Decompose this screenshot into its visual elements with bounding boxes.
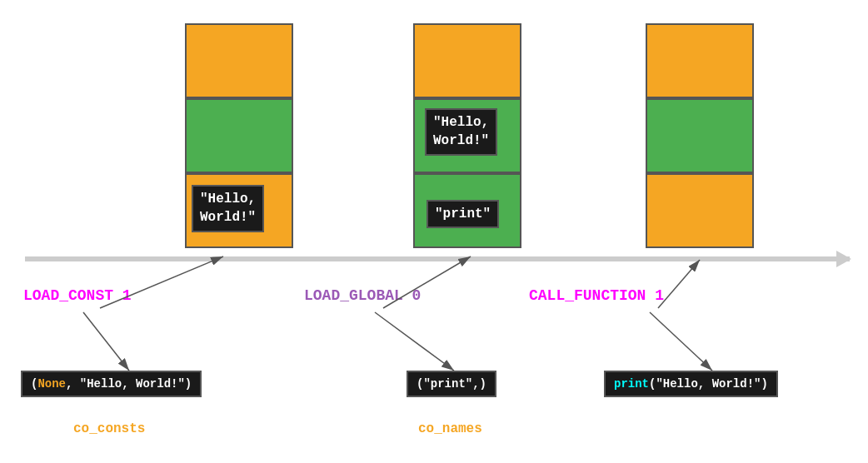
instruction-load-global-text: LOAD_GLOBAL 0 (304, 287, 421, 304)
stack3-cell-bot (646, 173, 754, 248)
co-consts-rest: , "Hello, World!") (66, 377, 192, 391)
stack2-label-top: "Hello,World!" (425, 108, 497, 156)
co-names-box: ("print",) (407, 371, 496, 397)
co-names-text: ("print",) (417, 377, 486, 391)
stack1-cell-top (185, 23, 293, 98)
arrow-call-func-result (650, 312, 712, 371)
instruction-load-global: LOAD_GLOBAL 0 (304, 287, 421, 304)
co-consts-box: (None, "Hello, World!") (21, 371, 202, 397)
co-consts-label-text: co_consts (73, 421, 145, 436)
instruction-load-const: LOAD_CONST 1 (23, 287, 132, 304)
co-names-label: co_names (418, 421, 482, 436)
arrow-load-global-conames (375, 312, 454, 371)
stack3-cell-top (646, 23, 754, 98)
stack2-label-top-text: "Hello,World!" (433, 115, 489, 148)
call-args-text: ("Hello, World!") (649, 377, 768, 391)
stack1-cell-mid (185, 98, 293, 173)
none-text: None (37, 377, 66, 391)
instruction-call-function-text: CALL_FUNCTION 1 (529, 287, 664, 304)
arrow-load-const-coconsts (83, 312, 129, 371)
stack1-label: "Hello,World!" (192, 185, 264, 232)
timeline (25, 256, 850, 261)
stack-3 (646, 23, 754, 248)
co-names-label-text: co_names (418, 421, 482, 436)
instruction-call-function: CALL_FUNCTION 1 (529, 287, 664, 304)
timeline-arrow (836, 251, 851, 267)
stack2-label-bot: "print" (427, 200, 499, 228)
stack2-cell-top (413, 23, 521, 98)
stack3-cell-mid (646, 98, 754, 173)
stack1-label-text: "Hello,World!" (200, 192, 256, 225)
instruction-load-const-text: LOAD_CONST 1 (23, 287, 132, 304)
call-result-box: print("Hello, World!") (604, 371, 778, 397)
arrow-call-func-stack (658, 260, 700, 308)
co-consts-label: co_consts (73, 421, 145, 436)
stack2-label-bot-text: "print" (435, 207, 491, 222)
print-func-text: print (614, 377, 649, 391)
